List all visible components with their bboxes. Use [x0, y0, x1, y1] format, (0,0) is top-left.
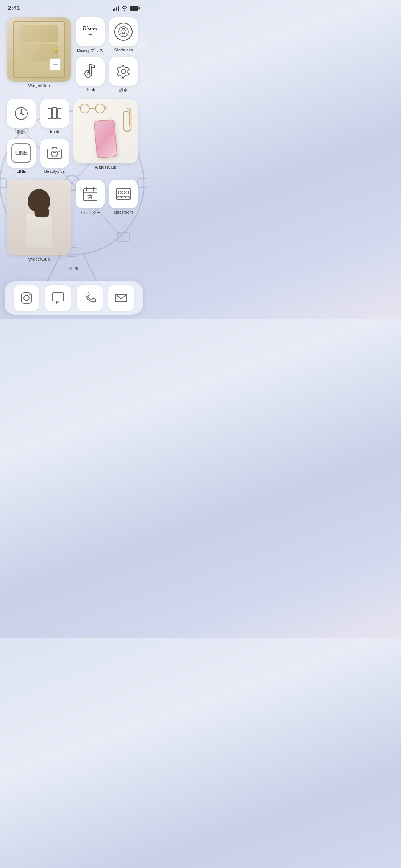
dock-instagram[interactable] [14, 285, 39, 311]
svg-point-56 [24, 295, 29, 301]
widgetclub-widget-3[interactable]: WidgetClub [7, 180, 71, 261]
calendar-icon [82, 186, 98, 202]
widgetclub-label-2: WidgetClub [95, 165, 117, 169]
widgetclub-widget-1[interactable]: épine WidgetClub [7, 17, 71, 88]
row2-top-icons: 時計 book [7, 99, 69, 135]
app-icon-clock[interactable]: 時計 [7, 99, 36, 135]
svg-rect-35 [57, 109, 61, 118]
row3: WidgetClub カレンダー [7, 180, 141, 261]
dock-phone[interactable] [77, 285, 103, 311]
beautyplus-label: Beautyplus [44, 169, 65, 174]
app-icon-book[interactable]: book [40, 99, 69, 135]
svg-point-53 [122, 191, 125, 194]
calendar-label: カレンダー [80, 210, 101, 216]
settings-label: 設定 [119, 87, 128, 93]
svg-point-43 [95, 104, 105, 113]
book-icon [47, 106, 62, 121]
phone-icon [83, 291, 97, 305]
wifi-icon [121, 6, 128, 11]
clock-label: 時計 [17, 129, 25, 135]
row1-icons-bottom: tiktok 設定 [76, 57, 138, 93]
app-icon-settings[interactable]: 設定 [109, 57, 138, 93]
svg-rect-22 [139, 7, 140, 9]
svg-point-57 [29, 294, 30, 296]
svg-point-42 [80, 104, 89, 113]
app-icon-line[interactable]: LINE LINE [7, 139, 36, 174]
settings-icon [116, 64, 131, 79]
tiktok-label: tiktok [85, 87, 95, 92]
instagram-icon [20, 291, 33, 305]
clock-icon [14, 106, 29, 121]
line-text: LINE [15, 150, 27, 157]
svg-point-40 [53, 152, 56, 155]
svg-point-27 [123, 29, 124, 30]
mail-icon [114, 291, 128, 305]
row2-bottom-icons: LINE LINE [7, 139, 69, 174]
svg-point-32 [20, 113, 22, 114]
glasses-decoration [77, 103, 108, 114]
svg-line-45 [78, 106, 80, 109]
book-label: book [50, 129, 59, 134]
camera-icon [47, 146, 62, 160]
app-icon-classroom[interactable]: classroom [109, 180, 138, 216]
svg-rect-34 [53, 107, 56, 119]
classroom-icon [115, 186, 132, 202]
app-icon-calendar[interactable]: カレンダー [76, 180, 105, 216]
app-icon-beautyplus[interactable]: Beautyplus [40, 139, 69, 174]
status-bar: 2:41 [0, 0, 148, 14]
signal-icon [113, 6, 119, 11]
dock-mail[interactable] [108, 285, 134, 311]
line-label: LINE [17, 169, 26, 174]
home-screen: épine WidgetClub Disney + [0, 14, 148, 261]
widgetclub-label-3: WidgetClub [28, 257, 50, 261]
app-icon-disney[interactable]: Disney + Disney プラス [76, 17, 105, 53]
starbucks-icon [118, 26, 129, 37]
classroom-label: classroom [114, 210, 133, 214]
dock [5, 281, 143, 315]
paperclip-decoration [120, 107, 135, 137]
widgetclub-widget-2[interactable]: WidgetClub [73, 99, 138, 169]
row1-icons-top: Disney + Disney プラス [76, 17, 138, 53]
row1: épine WidgetClub Disney + [7, 17, 141, 93]
svg-rect-33 [48, 108, 52, 119]
row2: 時計 book [7, 99, 141, 174]
row3-right: カレンダー [76, 180, 138, 216]
svg-point-24 [122, 28, 125, 33]
row1-right: Disney + Disney プラス [76, 17, 138, 93]
portrait-person [22, 187, 56, 248]
svg-line-25 [120, 33, 121, 34]
svg-point-28 [122, 70, 126, 74]
svg-line-26 [126, 33, 127, 34]
svg-rect-21 [130, 6, 139, 11]
app-icon-tiktok[interactable]: tiktok [76, 57, 105, 93]
status-icons [113, 6, 140, 11]
disney-label: Disney プラス [77, 48, 103, 53]
svg-point-41 [58, 151, 60, 152]
svg-point-54 [126, 191, 129, 194]
messages-icon [51, 291, 65, 305]
page-dot-2[interactable] [75, 267, 78, 270]
widgetclub-label-1: WidgetClub [28, 83, 50, 88]
status-time: 2:41 [8, 5, 20, 12]
tiktok-icon [83, 64, 97, 79]
dock-messages[interactable] [45, 285, 71, 311]
page-dot-1[interactable] [69, 267, 72, 270]
svg-point-52 [118, 191, 121, 194]
row2-left: 時計 book [7, 99, 69, 174]
app-icon-starbucks[interactable]: Starbucks [109, 17, 138, 53]
starbucks-label: Starbucks [114, 48, 133, 52]
svg-point-39 [51, 151, 58, 157]
battery-icon [130, 6, 140, 11]
row3-icons: カレンダー [76, 180, 138, 216]
page-dots [0, 261, 148, 273]
